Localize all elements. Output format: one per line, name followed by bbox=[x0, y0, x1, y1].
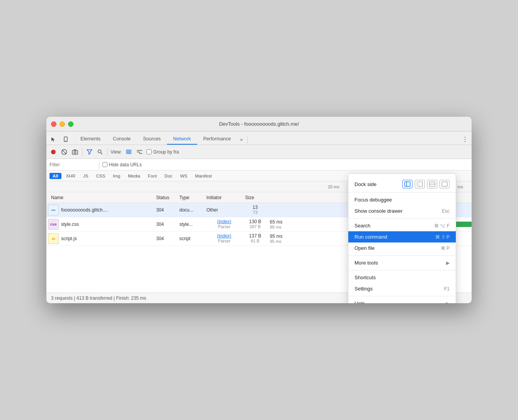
menu-section-4: Shortcuts Settings F1 bbox=[348, 270, 456, 296]
type-filter-js[interactable]: JS bbox=[80, 173, 91, 179]
tab-sources[interactable]: Sources bbox=[137, 134, 167, 145]
row-filename: script.js bbox=[61, 236, 77, 241]
camera-button[interactable] bbox=[70, 147, 80, 157]
row-size: 130 B 287 B bbox=[244, 217, 267, 231]
maximize-button[interactable] bbox=[68, 121, 73, 127]
tab-separator bbox=[247, 136, 248, 145]
menu-item-shortcut: ⌘ P bbox=[441, 246, 450, 251]
window-title: DevTools - fooooooooods.glitch.me/ bbox=[219, 121, 299, 127]
menu-section-2: Search ⌘ ⌥ F Run command ⌘ ⇧ P Open file… bbox=[348, 219, 456, 256]
type-filter-xhr[interactable]: XHR bbox=[63, 173, 78, 179]
kebab-menu-button[interactable]: ⋮ bbox=[459, 134, 470, 145]
menu-item-shortcut: Esc bbox=[442, 208, 450, 214]
menu-item-label: Open file bbox=[354, 245, 375, 251]
dock-bottom-button[interactable] bbox=[427, 180, 437, 188]
menu-section-1: Focus debuggee Show console drawer Esc bbox=[348, 193, 456, 219]
type-filter-all[interactable]: All bbox=[49, 173, 61, 179]
svg-rect-23 bbox=[442, 182, 447, 186]
view-label: View: bbox=[111, 149, 122, 155]
search-icon[interactable] bbox=[95, 147, 106, 157]
close-button[interactable] bbox=[51, 121, 56, 127]
filter-button[interactable] bbox=[84, 147, 95, 157]
tab-elements[interactable]: Elements bbox=[74, 134, 107, 145]
dropdown-menu: Dock side bbox=[348, 173, 456, 303]
row-type: script bbox=[178, 232, 205, 246]
tab-network[interactable]: Network bbox=[167, 134, 197, 145]
dock-side-row: Dock side bbox=[348, 178, 456, 191]
svg-rect-5 bbox=[72, 150, 78, 154]
row-size: 13 73 bbox=[244, 203, 267, 217]
titlebar: DevTools - fooooooooods.glitch.me/ bbox=[46, 117, 472, 131]
record-button[interactable] bbox=[48, 147, 59, 157]
menu-item-shortcut: F1 bbox=[444, 286, 450, 292]
dock-undock-button[interactable] bbox=[440, 180, 450, 188]
header-name[interactable]: Name bbox=[48, 195, 156, 200]
menu-item-show-console-drawer[interactable]: Show console drawer Esc bbox=[348, 205, 456, 217]
group-by-frame-checkbox[interactable] bbox=[147, 149, 152, 154]
type-filter-media[interactable]: Media bbox=[125, 173, 143, 179]
dock-left-button[interactable] bbox=[402, 180, 412, 188]
menu-item-run-command[interactable]: Run command ⌘ ⇧ P bbox=[348, 231, 456, 242]
file-icon-html: </> bbox=[48, 205, 59, 215]
file-icon-js: JS bbox=[48, 233, 59, 244]
type-filter-doc[interactable]: Doc bbox=[162, 173, 176, 179]
row-status: 304 bbox=[155, 217, 178, 231]
dock-right-button[interactable] bbox=[415, 180, 425, 188]
header-size[interactable]: Size bbox=[245, 195, 268, 200]
type-filter-ws[interactable]: WS bbox=[177, 173, 191, 179]
type-filter-font[interactable]: Font bbox=[145, 173, 160, 179]
menu-item-open-file[interactable]: Open file ⌘ P bbox=[348, 242, 456, 254]
tree-view-button[interactable] bbox=[134, 147, 145, 157]
menu-item-label: Search bbox=[354, 223, 370, 229]
row-initiator: Other bbox=[205, 203, 244, 217]
row-initiator: (index) Parser bbox=[205, 232, 244, 246]
svg-line-4 bbox=[62, 150, 66, 154]
header-type[interactable]: Type bbox=[179, 195, 206, 200]
type-filter-manifest[interactable]: Manifest bbox=[192, 173, 215, 179]
menu-item-shortcuts[interactable]: Shortcuts bbox=[348, 272, 456, 283]
row-filename: style.css bbox=[61, 222, 79, 227]
hide-data-urls-checkbox[interactable] bbox=[102, 162, 107, 167]
network-toolbar: View: Group by fra bbox=[46, 145, 472, 159]
menu-item-label: More tools bbox=[354, 260, 378, 266]
header-status[interactable]: Status bbox=[156, 195, 179, 200]
mobile-icon[interactable] bbox=[60, 134, 71, 145]
menu-item-label: Shortcuts bbox=[354, 275, 376, 280]
minimize-button[interactable] bbox=[60, 121, 65, 127]
menu-section-3: More tools ▶ bbox=[348, 256, 456, 270]
list-view-button[interactable] bbox=[123, 147, 134, 157]
menu-item-settings[interactable]: Settings F1 bbox=[348, 283, 456, 294]
tab-bar: Elements Console Sources Network Perform… bbox=[46, 131, 472, 145]
toolbar-sep2 bbox=[107, 148, 107, 156]
dock-side-label: Dock side bbox=[354, 181, 377, 187]
row-status: 304 bbox=[155, 232, 178, 246]
menu-item-more-tools[interactable]: More tools ▶ bbox=[348, 257, 456, 268]
svg-point-1 bbox=[65, 140, 66, 141]
hide-data-urls-label[interactable]: Hide data URLs bbox=[102, 162, 142, 167]
timeline-mark-20: 20 ms bbox=[328, 184, 339, 189]
row-status: 304 bbox=[155, 203, 178, 217]
filter-input[interactable] bbox=[49, 162, 96, 167]
type-filter-img[interactable]: Img bbox=[110, 173, 123, 179]
cursor-icon[interactable] bbox=[48, 134, 59, 145]
menu-item-focus-debuggee[interactable]: Focus debuggee bbox=[348, 194, 456, 205]
menu-item-search[interactable]: Search ⌘ ⌥ F bbox=[348, 220, 456, 231]
traffic-lights[interactable] bbox=[51, 121, 73, 127]
type-filter-css[interactable]: CSS bbox=[93, 173, 108, 179]
header-initiator[interactable]: Initiator bbox=[206, 195, 245, 200]
hide-data-urls-text: Hide data URLs bbox=[109, 162, 142, 167]
tab-performance[interactable]: Performance bbox=[197, 134, 237, 145]
clear-button[interactable] bbox=[59, 147, 70, 157]
tab-more-button[interactable]: » bbox=[237, 135, 246, 145]
menu-section-5: Help ▶ bbox=[348, 296, 456, 303]
menu-item-shortcut: ⌘ ⇧ P bbox=[435, 234, 450, 240]
menu-item-help[interactable]: Help ▶ bbox=[348, 298, 456, 303]
tab-console[interactable]: Console bbox=[107, 134, 137, 145]
svg-point-2 bbox=[51, 150, 56, 154]
menu-item-arrow: ▶ bbox=[446, 301, 450, 304]
dock-icons bbox=[402, 180, 450, 188]
menu-item-label: Settings bbox=[354, 286, 373, 292]
group-by-frame-option[interactable]: Group by fra bbox=[147, 149, 179, 155]
filter-bar: Hide data URLs bbox=[46, 159, 472, 171]
menu-item-label: Focus debuggee bbox=[354, 197, 392, 203]
